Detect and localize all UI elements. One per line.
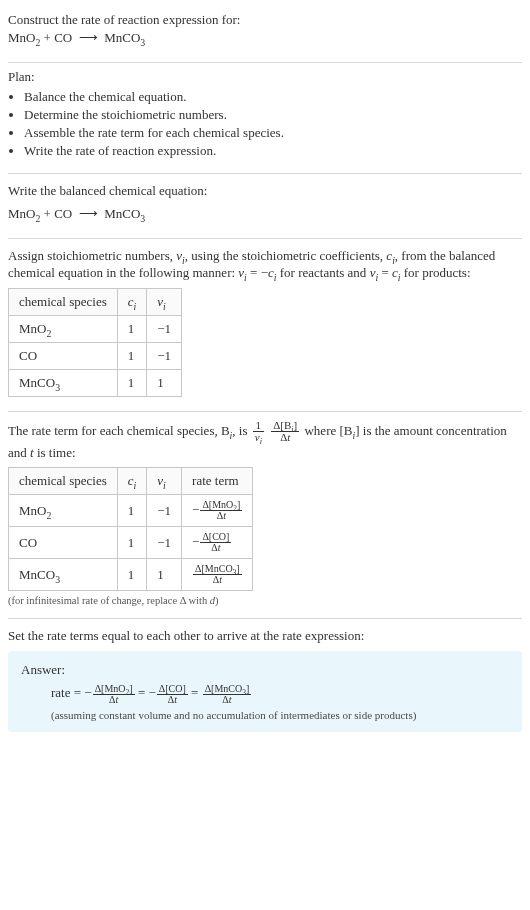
col-vi: νi [147, 288, 182, 315]
cell-rateterm: −Δ[CO]Δt [182, 527, 253, 559]
cell-vi: −1 [147, 342, 182, 369]
cell-species: MnO2 [9, 315, 118, 342]
answer-label: Answer: [21, 662, 509, 678]
frac-den: Δt [157, 695, 188, 705]
eq-sign: = [138, 685, 149, 700]
frac-den: Δt [200, 543, 231, 553]
plan-item: Balance the chemical equation. [24, 89, 522, 105]
cell-species: MnO2 [9, 495, 118, 527]
frac-den: Δt [271, 432, 299, 444]
balanced-equation: MnO2 + CO ⟶ MnCO3 [8, 206, 522, 222]
delta-b-frac: Δ[Bi] Δt [271, 420, 299, 444]
cell-species: CO [9, 527, 118, 559]
divider [8, 238, 522, 239]
rate-frac: Δ[MnO2]Δt [200, 500, 242, 521]
table-header-row: chemical species ci νi [9, 288, 182, 315]
table-row: MnO2 1 −1 [9, 315, 182, 342]
assign-section: Assign stoichiometric numbers, νi, using… [8, 241, 522, 409]
plan-item: Assemble the rate term for each chemical… [24, 125, 522, 141]
rate-frac: Δ[MnCO3]Δt [203, 684, 252, 705]
table-row: CO 1 −1 [9, 342, 182, 369]
cell-species: MnCO3 [9, 559, 118, 591]
cell-rateterm: −Δ[MnO2]Δt [182, 495, 253, 527]
rateterm-intro-pre: The rate term for each chemical species,… [8, 423, 230, 438]
rateterm-paragraph: The rate term for each chemical species,… [8, 420, 522, 462]
eq-sign: = [191, 685, 202, 700]
plan-section: Plan: Balance the chemical equation. Det… [8, 65, 522, 171]
cell-ci: 1 [117, 527, 147, 559]
rate-frac: Δ[MnO2]Δt [93, 684, 135, 705]
setequal-text: Set the rate terms equal to each other t… [8, 627, 522, 645]
table-row: MnCO3 1 1 Δ[MnCO3]Δt [9, 559, 253, 591]
cell-ci: 1 [117, 315, 147, 342]
table-row: CO 1 −1 −Δ[CO]Δt [9, 527, 253, 559]
answer-rate-expression: rate = −Δ[MnO2]Δt = −Δ[CO]Δt = Δ[MnCO3]Δ… [21, 684, 509, 705]
cell-ci: 1 [117, 559, 147, 591]
divider [8, 618, 522, 619]
cell-ci: 1 [117, 495, 147, 527]
rateterm-intro-mid: , is [232, 423, 250, 438]
plan-list: Balance the chemical equation. Determine… [8, 89, 522, 159]
balanced-section: Write the balanced chemical equation: Mn… [8, 176, 522, 236]
problem-equation: MnO2 + CO ⟶ MnCO3 [8, 30, 522, 46]
divider [8, 173, 522, 174]
col-species: chemical species [9, 468, 118, 495]
stoich-table: chemical species ci νi MnO2 1 −1 CO 1 −1… [8, 288, 182, 397]
col-ci: ci [117, 468, 147, 495]
cell-ci: 1 [117, 369, 147, 396]
answer-note: (assuming constant volume and no accumul… [21, 709, 509, 721]
answer-box: Answer: rate = −Δ[MnO2]Δt = −Δ[CO]Δt = Δ… [8, 651, 522, 732]
problem-title: Construct the rate of reaction expressio… [8, 12, 522, 28]
rateterm-table: chemical species ci νi rate term MnO2 1 … [8, 467, 253, 591]
one-over-nu-frac: 1 νi [253, 420, 264, 444]
table-row: MnCO3 1 1 [9, 369, 182, 396]
table-row: MnO2 1 −1 −Δ[MnO2]Δt [9, 495, 253, 527]
rate-frac: Δ[MnCO3]Δt [193, 564, 242, 585]
assign-paragraph: Assign stoichiometric numbers, νi, using… [8, 247, 522, 282]
neg-sign: − [192, 502, 199, 517]
cell-vi: −1 [147, 527, 182, 559]
col-species: chemical species [9, 288, 118, 315]
plan-label: Plan: [8, 69, 522, 85]
neg-sign: − [192, 534, 199, 549]
neg-sign: − [148, 685, 155, 700]
plan-item: Write the rate of reaction expression. [24, 143, 522, 159]
col-rateterm: rate term [182, 468, 253, 495]
cell-vi: −1 [147, 495, 182, 527]
cell-species: MnCO3 [9, 369, 118, 396]
rateterm-section: The rate term for each chemical species,… [8, 414, 522, 617]
balanced-label: Write the balanced chemical equation: [8, 182, 522, 200]
rateterm-footnote: (for infinitesimal rate of change, repla… [8, 595, 522, 606]
cell-vi: 1 [147, 369, 182, 396]
rate-word: rate = [51, 685, 84, 700]
setequal-section: Set the rate terms equal to each other t… [8, 621, 522, 742]
rate-frac: Δ[CO]Δt [157, 684, 188, 705]
cell-vi: −1 [147, 315, 182, 342]
neg-sign: − [84, 685, 91, 700]
rate-frac: Δ[CO]Δt [200, 532, 231, 553]
cell-ci: 1 [117, 342, 147, 369]
cell-species: CO [9, 342, 118, 369]
problem-statement: Construct the rate of reaction expressio… [8, 8, 522, 60]
divider [8, 62, 522, 63]
cell-rateterm: Δ[MnCO3]Δt [182, 559, 253, 591]
cell-vi: 1 [147, 559, 182, 591]
col-vi: νi [147, 468, 182, 495]
frac-den: νi [253, 432, 264, 444]
divider [8, 411, 522, 412]
plan-item: Determine the stoichiometric numbers. [24, 107, 522, 123]
table-header-row: chemical species ci νi rate term [9, 468, 253, 495]
col-ci: ci [117, 288, 147, 315]
